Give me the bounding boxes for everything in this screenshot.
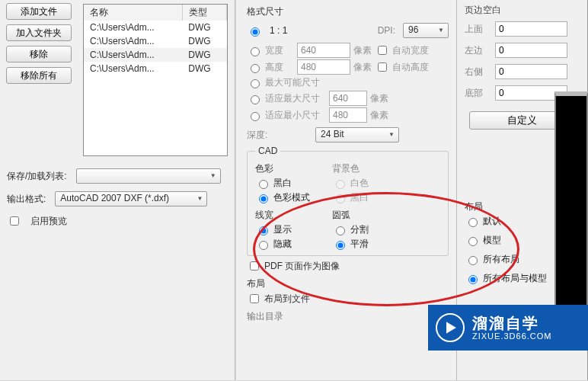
height-input[interactable]	[297, 59, 350, 75]
default-label: 默认	[483, 215, 501, 228]
logo-sub: ZIXUE.3D66.COM	[472, 331, 551, 341]
all-layouts-model-radio[interactable]	[468, 275, 478, 284]
height-label: 高度	[265, 61, 294, 74]
all-layouts-model-label: 所有布局与模型	[483, 272, 547, 285]
dpi-label: DPI:	[378, 25, 395, 36]
color-mode-label: 色彩模式	[273, 191, 310, 204]
table-row[interactable]: C:\Users\Adm...DWG	[84, 48, 227, 62]
px-label: 像素	[353, 44, 372, 57]
ratio-11-radio[interactable]	[251, 27, 260, 37]
enable-preview-checkbox[interactable]	[10, 216, 19, 226]
fit-min-radio[interactable]	[251, 112, 260, 121]
max-possible-radio[interactable]	[251, 79, 260, 88]
enable-preview-label: 启用预览	[30, 215, 67, 228]
depth-label: 深度:	[247, 129, 308, 142]
width-label: 宽度	[265, 44, 294, 57]
layout-head: 布局	[465, 200, 547, 213]
color-head: 色彩	[255, 162, 328, 175]
fit-min-input[interactable]	[329, 107, 367, 123]
black-label: 黑白	[350, 191, 369, 204]
px-label3: 像素	[370, 92, 388, 105]
auto-width-checkbox[interactable]	[378, 46, 387, 55]
auto-height-label: 自动高度	[392, 61, 429, 74]
px-label4: 像素	[370, 109, 388, 122]
dpi-combo[interactable]: 96	[403, 23, 449, 38]
auto-width-label: 自动宽度	[392, 44, 429, 57]
table-row[interactable]: C:\Users\Adm...DWG	[84, 34, 227, 48]
remove-all-button[interactable]: 移除所有	[6, 67, 72, 84]
table-row[interactable]: C:\Users\Adm...DWG	[84, 62, 227, 75]
hide-radio[interactable]	[259, 241, 268, 250]
layout2-head: 布局	[247, 277, 449, 290]
white-radio	[336, 180, 345, 189]
col-type[interactable]: 类型	[182, 5, 226, 21]
top-label: 上面	[465, 23, 487, 36]
left-label: 左边	[465, 44, 487, 57]
bg-head: 背景色	[332, 162, 393, 175]
cad-legend: CAD	[255, 146, 280, 156]
preview-window	[554, 91, 588, 320]
bottom-label: 底部	[465, 87, 487, 100]
width-input[interactable]	[297, 43, 350, 58]
model-radio[interactable]	[468, 237, 478, 246]
arc-head: 圆弧	[332, 209, 393, 222]
smooth-radio[interactable]	[336, 241, 345, 250]
col-name[interactable]: 名称	[84, 5, 182, 21]
split-radio[interactable]	[336, 226, 345, 235]
save-load-combo[interactable]	[76, 168, 221, 184]
model-label: 模型	[483, 234, 501, 247]
smooth-label: 平滑	[350, 238, 369, 251]
linewidth-head: 线宽	[255, 209, 328, 222]
right-label: 右侧	[465, 66, 487, 78]
right-input[interactable]	[495, 64, 567, 79]
layout-to-file-checkbox[interactable]	[250, 294, 259, 303]
all-layouts-radio[interactable]	[468, 256, 478, 265]
cad-group: CAD 色彩 黑白 色彩模式 线宽 显示 隐藏 背景色 白色 黑白 圆弧 分割 …	[247, 146, 449, 256]
svg-marker-0	[447, 323, 455, 332]
remove-button[interactable]: 移除	[6, 46, 72, 62]
bw-radio[interactable]	[259, 180, 268, 189]
width-radio[interactable]	[251, 47, 260, 56]
save-load-label: 保存/加载列表:	[7, 170, 67, 183]
ratio-11-label: 1 : 1	[270, 25, 287, 36]
play-icon	[436, 313, 465, 342]
hide-label: 隐藏	[273, 238, 292, 251]
bw-label: 黑白	[273, 177, 292, 190]
fit-max-radio[interactable]	[251, 95, 260, 104]
logo-main: 溜溜自学	[472, 315, 551, 331]
margin-head: 页边空白	[457, 0, 587, 18]
add-folder-button[interactable]: 加入文件夹	[6, 24, 72, 41]
layout-to-file-label: 布局到文件	[264, 293, 310, 306]
color-mode-radio[interactable]	[259, 194, 268, 203]
add-file-button[interactable]: 添加文件	[6, 3, 72, 20]
max-possible-label: 最大可能尺寸	[265, 76, 320, 89]
brand-logo: 溜溜自学 ZIXUE.3D66.COM	[428, 305, 588, 351]
output-dir-label: 输出目录	[247, 310, 449, 323]
left-input[interactable]	[495, 43, 567, 58]
table-row[interactable]: C:\Users\Adm...DWG	[84, 21, 227, 34]
split-label: 分割	[350, 223, 369, 236]
px-label2: 像素	[353, 61, 372, 74]
show-label: 显示	[273, 223, 292, 236]
fit-max-input[interactable]	[329, 91, 367, 106]
output-format-combo[interactable]: AutoCAD 2007 DXF (*.dxf)	[55, 191, 207, 207]
pdf-as-image-checkbox[interactable]	[250, 261, 259, 271]
default-radio[interactable]	[468, 218, 478, 227]
height-radio[interactable]	[251, 64, 260, 73]
fit-min-label: 适应最小尺寸	[265, 109, 326, 122]
pdf-as-image-label: PDF 页面作为图像	[264, 260, 340, 273]
white-label: 白色	[350, 177, 369, 190]
top-input[interactable]	[495, 21, 567, 37]
fit-max-label: 适应最大尺寸	[265, 92, 326, 105]
show-radio[interactable]	[259, 226, 268, 235]
format-size-label: 格式尺寸	[247, 5, 449, 18]
output-format-label: 输出格式:	[7, 193, 46, 206]
depth-combo[interactable]: 24 Bit	[315, 127, 399, 142]
auto-height-checkbox[interactable]	[378, 62, 387, 72]
file-list[interactable]: 名称 类型 C:\Users\Adm...DWG C:\Users\Adm...…	[83, 4, 228, 156]
all-layouts-label: 所有布局	[483, 253, 519, 266]
black-radio	[336, 194, 345, 203]
